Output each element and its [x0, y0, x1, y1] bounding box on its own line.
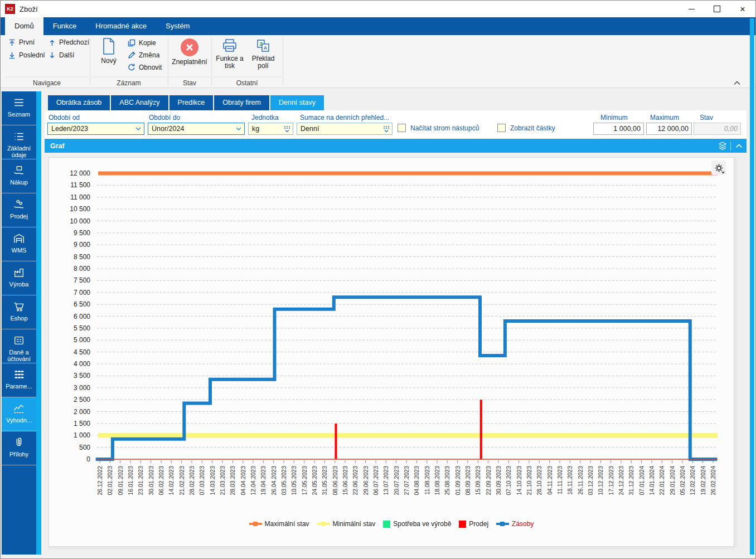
legend-item-maximalni-stav[interactable]: Maximální stav: [249, 520, 309, 528]
load-successor-tree-checkbox[interactable]: [398, 124, 406, 132]
maximize-button[interactable]: [704, 1, 730, 17]
legend-item-spotreba[interactable]: Spotřeba ve výrobě: [383, 520, 451, 528]
svg-text:1 000: 1 000: [74, 431, 90, 439]
chart-panel: 05001 0001 5002 0002 5003 0003 5004 0004…: [49, 157, 734, 547]
unit-combobox[interactable]: kg: [248, 123, 293, 135]
close-button[interactable]: ×: [730, 1, 755, 17]
legend-item-zasoby[interactable]: Zásoby: [496, 520, 534, 528]
svg-text:06.02.2023: 06.02.2023: [158, 466, 164, 495]
refresh-icon: [128, 64, 135, 71]
collapse-ribbon-button[interactable]: [733, 77, 741, 88]
minimum-field[interactable]: [593, 123, 644, 135]
svg-text:21.03.2023: 21.03.2023: [219, 466, 226, 495]
period-from-combobox[interactable]: Leden/2023: [47, 123, 144, 135]
right-accent-strip: [750, 18, 754, 555]
period-to-combobox[interactable]: Únor/2024: [148, 123, 245, 135]
tab-obratka-zasob[interactable]: Obrátka zásob: [48, 95, 110, 110]
first-button[interactable]: První: [8, 38, 35, 46]
summation-combobox[interactable]: Denní: [297, 123, 392, 135]
svg-text:14.01.2024: 14.01.2024: [648, 466, 655, 495]
ribbon-group-ostatni: Funkce a tisk Z A Překlad polí Ostatní: [212, 35, 282, 88]
ribbon-tab-hromadne-akce[interactable]: Hromadné akce: [86, 17, 156, 35]
layers-button[interactable]: [715, 139, 730, 153]
hamburger-icon: [13, 96, 25, 109]
sidebar-item-prilohy[interactable]: Přílohy: [2, 431, 36, 465]
load-successor-tree-label: Načítat strom nástupců: [410, 124, 479, 132]
unit-label: Jednotka: [251, 114, 279, 121]
collapse-graf-button[interactable]: [731, 139, 747, 153]
legend-item-minimalni-stav[interactable]: Minimální stav: [317, 520, 376, 528]
functions-print-button[interactable]: Funkce a tisk: [214, 38, 246, 70]
sidebar-item-zakladni-udaje[interactable]: Základní údaje: [2, 125, 36, 159]
chart-settings-button[interactable]: [711, 161, 726, 175]
sidebar-item-eshop[interactable]: Eshop: [2, 295, 36, 329]
svg-text:24.12.2023: 24.12.2023: [618, 466, 624, 495]
ribbon-tab-funkce[interactable]: Funkce: [43, 17, 86, 35]
tab-obraty-firem[interactable]: Obraty firem: [214, 95, 269, 110]
edit-button[interactable]: Změna: [128, 51, 159, 59]
sidebar-item-vyroba[interactable]: Výroba: [2, 261, 36, 295]
purchase-icon: [13, 164, 25, 177]
cart-icon: [13, 300, 25, 313]
minimize-icon: [689, 9, 695, 9]
summation-label: Sumace na denních přehled...: [300, 114, 389, 121]
svg-text:18.08.2023: 18.08.2023: [434, 466, 440, 495]
svg-text:23.01.2023: 23.01.2023: [137, 466, 144, 495]
svg-text:09.01.2023: 09.01.2023: [117, 466, 124, 495]
svg-text:04.11.2023: 04.11.2023: [546, 466, 553, 495]
svg-text:25.08.2023: 25.08.2023: [444, 466, 450, 495]
ribbon-tab-domu[interactable]: Domů: [5, 17, 43, 35]
tab-denni-stavy[interactable]: Denní stavy: [270, 95, 324, 110]
svg-text:5 000: 5 000: [74, 336, 90, 344]
tab-abc-analyzy[interactable]: ABC Analýzy: [111, 95, 168, 110]
svg-text:02.01.2023: 02.01.2023: [106, 466, 113, 495]
svg-text:28.03.2023: 28.03.2023: [229, 466, 236, 495]
svg-text:7 500: 7 500: [74, 276, 90, 284]
svg-text:1 500: 1 500: [74, 420, 90, 427]
ribbon-tab-system[interactable]: Systém: [156, 17, 199, 35]
svg-text:8 000: 8 000: [74, 265, 90, 273]
next-button[interactable]: Další: [49, 51, 74, 59]
svg-text:03.12.2023: 03.12.2023: [587, 466, 594, 495]
sidebar-item-seznam[interactable]: Seznam: [2, 91, 36, 125]
svg-text:21.02.2023: 21.02.2023: [178, 466, 185, 495]
invalidate-button[interactable]: Zneplatnění: [169, 38, 210, 66]
sidebar-item-nakup[interactable]: Nákup: [2, 159, 36, 193]
ribbon-group-stav: Zneplatnění Stav: [169, 35, 210, 88]
maximum-label: Maximum: [650, 114, 679, 121]
show-amounts-checkbox[interactable]: [497, 124, 506, 132]
previous-button[interactable]: Předchozí: [49, 38, 89, 46]
sidebar-item-dane-a-uctovani[interactable]: Daně a účtování: [2, 329, 36, 363]
maximum-field[interactable]: [646, 123, 692, 135]
copy-button[interactable]: Kopie: [128, 39, 156, 47]
stav-label: Stav: [700, 114, 713, 121]
svg-text:10 500: 10 500: [70, 205, 90, 213]
list-icon: [13, 130, 25, 143]
svg-text:2 000: 2 000: [74, 408, 90, 416]
svg-text:31.12.2023: 31.12.2023: [628, 466, 634, 495]
evaluation-icon: [13, 402, 25, 415]
gear-icon: [714, 163, 724, 173]
svg-text:11.08.2023: 11.08.2023: [424, 466, 430, 495]
tab-predikce[interactable]: Predikce: [169, 95, 214, 110]
svg-text:31.05.2023: 31.05.2023: [321, 466, 328, 495]
translate-fields-button[interactable]: Z A Překlad polí: [247, 38, 279, 70]
svg-text:06.07.2023: 06.07.2023: [372, 466, 379, 495]
view-tabs: Obrátka zásob ABC Analýzy Predikce Obrat…: [48, 95, 324, 110]
chart-outer: 05001 0001 5002 0002 5003 0003 5004 0004…: [45, 153, 747, 555]
sidebar-item-prodej[interactable]: Prodej: [2, 193, 36, 227]
new-button[interactable]: Nový: [95, 37, 122, 65]
sidebar-item-wms[interactable]: WMS: [2, 227, 36, 261]
svg-text:26.02.2024: 26.02.2024: [710, 466, 716, 495]
legend-item-prodej[interactable]: Prodej: [459, 520, 488, 528]
last-button[interactable]: Poslední: [8, 51, 45, 59]
sidebar-item-parametry[interactable]: Parame...: [2, 363, 36, 397]
svg-text:12.04.2023: 12.04.2023: [250, 466, 256, 495]
minimize-button[interactable]: [679, 1, 704, 17]
invalidate-icon: [181, 38, 198, 56]
refresh-button[interactable]: Obnovit: [128, 64, 162, 71]
period-from-label: Období od: [49, 114, 80, 121]
sidebar-item-vyhodnoceni[interactable]: Vyhodn...: [2, 397, 36, 431]
show-amounts-label: Zobrazit částky: [510, 124, 555, 132]
app-logo-icon: K2: [5, 4, 15, 14]
